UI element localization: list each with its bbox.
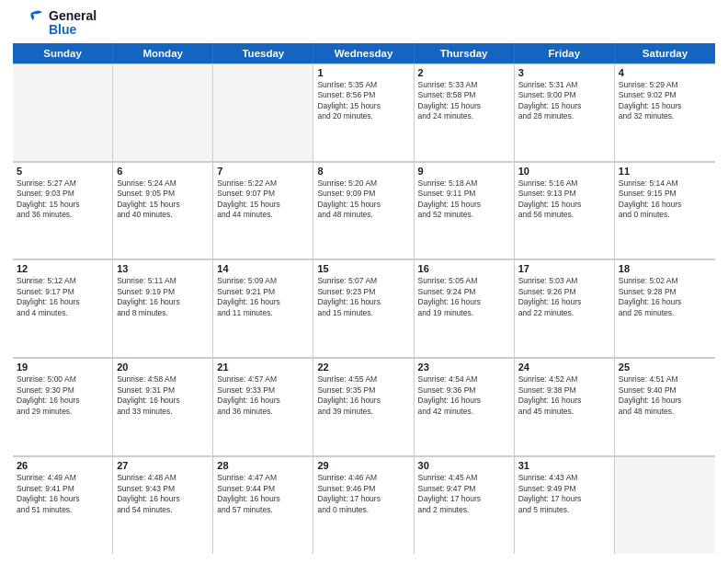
calendar-cell: 25Sunrise: 4:51 AM Sunset: 9:40 PM Dayli…	[615, 358, 715, 455]
logo-blue: Blue	[49, 23, 97, 37]
calendar-row: 26Sunrise: 4:49 AM Sunset: 9:41 PM Dayli…	[13, 456, 715, 554]
cell-info: Sunrise: 5:24 AM Sunset: 9:05 PM Dayligh…	[117, 178, 209, 221]
day-number: 9	[418, 166, 510, 177]
cell-info: Sunrise: 5:33 AM Sunset: 8:58 PM Dayligh…	[418, 80, 510, 122]
calendar-cell: 23Sunrise: 4:54 AM Sunset: 9:36 PM Dayli…	[415, 358, 515, 455]
day-number: 7	[217, 166, 309, 177]
day-number: 2	[418, 67, 510, 78]
logo-bird-icon	[13, 9, 46, 37]
day-number: 20	[117, 362, 209, 373]
calendar-cell: 24Sunrise: 4:52 AM Sunset: 9:38 PM Dayli…	[515, 358, 615, 455]
cell-info: Sunrise: 4:54 AM Sunset: 9:36 PM Dayligh…	[418, 374, 510, 417]
cell-info: Sunrise: 5:05 AM Sunset: 9:24 PM Dayligh…	[418, 276, 510, 318]
cell-info: Sunrise: 5:14 AM Sunset: 9:15 PM Dayligh…	[619, 178, 711, 221]
day-number: 16	[418, 263, 510, 274]
day-number: 21	[217, 362, 309, 373]
calendar-cell: 26Sunrise: 4:49 AM Sunset: 9:41 PM Dayli…	[13, 456, 113, 554]
weekday-header: Tuesday	[213, 43, 313, 63]
day-number: 12	[17, 263, 108, 274]
cell-info: Sunrise: 5:11 AM Sunset: 9:19 PM Dayligh…	[117, 276, 209, 318]
calendar-cell: 16Sunrise: 5:05 AM Sunset: 9:24 PM Dayli…	[415, 259, 515, 357]
day-number: 30	[418, 460, 510, 471]
day-number: 17	[518, 263, 610, 274]
calendar-body: 1Sunrise: 5:35 AM Sunset: 8:56 PM Daylig…	[13, 63, 715, 554]
cell-info: Sunrise: 4:46 AM Sunset: 9:46 PM Dayligh…	[317, 473, 409, 515]
day-number: 26	[17, 460, 108, 471]
day-number: 13	[117, 263, 209, 274]
calendar-row: 12Sunrise: 5:12 AM Sunset: 9:17 PM Dayli…	[13, 259, 715, 358]
weekday-header: Wednesday	[313, 43, 414, 63]
weekday-header: Saturday	[615, 43, 715, 63]
calendar-cell: 11Sunrise: 5:14 AM Sunset: 9:15 PM Dayli…	[615, 162, 715, 259]
cell-info: Sunrise: 4:49 AM Sunset: 9:41 PM Dayligh…	[17, 473, 108, 515]
cell-info: Sunrise: 4:45 AM Sunset: 9:47 PM Dayligh…	[418, 473, 510, 515]
calendar-cell: 12Sunrise: 5:12 AM Sunset: 9:17 PM Dayli…	[13, 259, 113, 357]
calendar-cell: 7Sunrise: 5:22 AM Sunset: 9:07 PM Daylig…	[213, 162, 313, 259]
calendar-cell	[213, 63, 313, 161]
cell-info: Sunrise: 5:02 AM Sunset: 9:28 PM Dayligh…	[619, 276, 711, 318]
cell-info: Sunrise: 5:09 AM Sunset: 9:21 PM Dayligh…	[217, 276, 309, 318]
cell-info: Sunrise: 5:07 AM Sunset: 9:23 PM Dayligh…	[317, 276, 409, 318]
calendar-cell	[13, 63, 113, 161]
day-number: 10	[518, 166, 610, 177]
day-number: 24	[518, 362, 610, 373]
cell-info: Sunrise: 5:22 AM Sunset: 9:07 PM Dayligh…	[217, 178, 309, 221]
cell-info: Sunrise: 5:18 AM Sunset: 9:11 PM Dayligh…	[418, 178, 510, 221]
cell-info: Sunrise: 5:35 AM Sunset: 8:56 PM Dayligh…	[317, 80, 409, 122]
day-number: 23	[418, 362, 510, 373]
cell-info: Sunrise: 5:00 AM Sunset: 9:30 PM Dayligh…	[17, 374, 108, 417]
calendar-row: 1Sunrise: 5:35 AM Sunset: 8:56 PM Daylig…	[13, 63, 715, 162]
calendar-cell: 15Sunrise: 5:07 AM Sunset: 9:23 PM Dayli…	[313, 259, 414, 357]
calendar-cell: 27Sunrise: 4:48 AM Sunset: 9:43 PM Dayli…	[113, 456, 213, 554]
weekday-header: Sunday	[13, 43, 113, 63]
calendar-cell: 4Sunrise: 5:29 AM Sunset: 9:02 PM Daylig…	[615, 63, 715, 161]
weekday-header: Thursday	[415, 43, 515, 63]
calendar-cell: 9Sunrise: 5:18 AM Sunset: 9:11 PM Daylig…	[415, 162, 515, 259]
calendar-cell: 22Sunrise: 4:55 AM Sunset: 9:35 PM Dayli…	[313, 358, 414, 455]
calendar-cell: 20Sunrise: 4:58 AM Sunset: 9:31 PM Dayli…	[113, 358, 213, 455]
day-number: 29	[317, 460, 409, 471]
calendar-cell: 1Sunrise: 5:35 AM Sunset: 8:56 PM Daylig…	[313, 63, 414, 161]
cell-info: Sunrise: 4:57 AM Sunset: 9:33 PM Dayligh…	[217, 374, 309, 417]
cell-info: Sunrise: 4:58 AM Sunset: 9:31 PM Dayligh…	[117, 374, 209, 417]
day-number: 27	[117, 460, 209, 471]
calendar-cell: 30Sunrise: 4:45 AM Sunset: 9:47 PM Dayli…	[415, 456, 515, 554]
logo-container: General Blue	[13, 9, 97, 38]
calendar-cell: 5Sunrise: 5:27 AM Sunset: 9:03 PM Daylig…	[13, 162, 113, 259]
calendar-cell: 8Sunrise: 5:20 AM Sunset: 9:09 PM Daylig…	[313, 162, 414, 259]
cell-info: Sunrise: 4:51 AM Sunset: 9:40 PM Dayligh…	[619, 374, 711, 417]
cell-info: Sunrise: 4:55 AM Sunset: 9:35 PM Dayligh…	[317, 374, 409, 417]
weekday-header: Friday	[515, 43, 615, 63]
calendar-cell: 14Sunrise: 5:09 AM Sunset: 9:21 PM Dayli…	[213, 259, 313, 357]
cell-info: Sunrise: 5:31 AM Sunset: 9:00 PM Dayligh…	[518, 80, 610, 122]
logo-general: General	[49, 9, 97, 23]
cell-info: Sunrise: 5:12 AM Sunset: 9:17 PM Dayligh…	[17, 276, 108, 318]
day-number: 6	[117, 166, 209, 177]
calendar-cell: 31Sunrise: 4:43 AM Sunset: 9:49 PM Dayli…	[515, 456, 615, 554]
day-number: 19	[17, 362, 108, 373]
cell-info: Sunrise: 4:47 AM Sunset: 9:44 PM Dayligh…	[217, 473, 309, 515]
day-number: 25	[619, 362, 711, 373]
day-number: 15	[317, 263, 409, 274]
calendar-cell: 18Sunrise: 5:02 AM Sunset: 9:28 PM Dayli…	[615, 259, 715, 357]
calendar-cell: 10Sunrise: 5:16 AM Sunset: 9:13 PM Dayli…	[515, 162, 615, 259]
cell-info: Sunrise: 4:43 AM Sunset: 9:49 PM Dayligh…	[518, 473, 610, 515]
calendar-row: 19Sunrise: 5:00 AM Sunset: 9:30 PM Dayli…	[13, 358, 715, 456]
day-number: 18	[619, 263, 711, 274]
calendar-cell: 6Sunrise: 5:24 AM Sunset: 9:05 PM Daylig…	[113, 162, 213, 259]
day-number: 3	[518, 67, 610, 78]
calendar-cell: 21Sunrise: 4:57 AM Sunset: 9:33 PM Dayli…	[213, 358, 313, 455]
calendar-cell	[113, 63, 213, 161]
calendar-cell: 29Sunrise: 4:46 AM Sunset: 9:46 PM Dayli…	[313, 456, 414, 554]
page: General Blue SundayMondayTuesdayWednesda…	[0, 0, 728, 563]
calendar-cell: 3Sunrise: 5:31 AM Sunset: 9:00 PM Daylig…	[515, 63, 615, 161]
cell-info: Sunrise: 5:27 AM Sunset: 9:03 PM Dayligh…	[17, 178, 108, 221]
header: General Blue	[13, 9, 715, 38]
day-number: 22	[317, 362, 409, 373]
cell-info: Sunrise: 4:48 AM Sunset: 9:43 PM Dayligh…	[117, 473, 209, 515]
calendar-cell: 19Sunrise: 5:00 AM Sunset: 9:30 PM Dayli…	[13, 358, 113, 455]
calendar-row: 5Sunrise: 5:27 AM Sunset: 9:03 PM Daylig…	[13, 162, 715, 260]
day-number: 11	[619, 166, 711, 177]
calendar-cell: 2Sunrise: 5:33 AM Sunset: 8:58 PM Daylig…	[415, 63, 515, 161]
logo-text: General Blue	[49, 9, 97, 38]
